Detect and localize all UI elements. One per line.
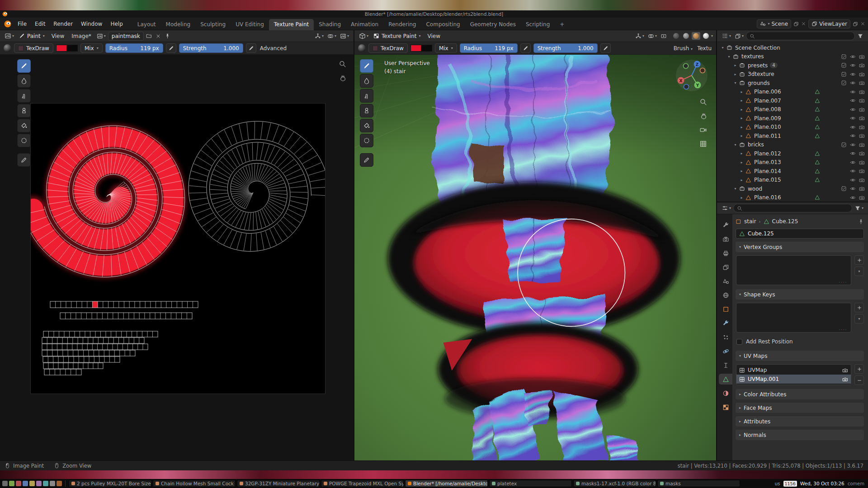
pan-hand-icon[interactable] — [699, 112, 707, 120]
view-layer-selector[interactable]: ViewLayer — [808, 19, 850, 28]
shading-solid-button[interactable] — [682, 32, 690, 40]
properties-tab-object[interactable] — [719, 304, 732, 314]
properties-search-input[interactable] — [733, 204, 852, 212]
vertex-group-specials-button[interactable]: ▾ — [854, 267, 864, 276]
taskbar-app-icon[interactable] — [57, 481, 62, 486]
disclosure-closed-icon[interactable]: ▸ — [739, 169, 745, 173]
menu-help[interactable]: Help — [106, 21, 127, 27]
list-resize-grip[interactable]: ···· — [839, 328, 847, 332]
outliner-row-bricks[interactable]: ▾ bricks — [717, 141, 868, 150]
shape-key-specials-button[interactable]: ▾ — [854, 314, 864, 324]
add-shape-key-button[interactable] — [854, 303, 864, 312]
hide-viewport-toggle[interactable] — [848, 124, 857, 130]
workspace-tab-uv-editing[interactable]: UV Editing — [231, 19, 269, 30]
disclosure-closed-icon[interactable]: ▸ — [739, 196, 745, 200]
editor-type-3d-icon[interactable]: ▾ — [358, 33, 370, 39]
display-channels-icon[interactable]: ▾ — [339, 33, 350, 39]
exclude-checkbox[interactable] — [839, 62, 848, 68]
disclosure-closed-icon[interactable]: ▸ — [739, 160, 745, 164]
disable-render-toggle[interactable] — [857, 150, 866, 156]
unlink-image-icon[interactable] — [154, 33, 162, 39]
properties-tab-render[interactable] — [719, 234, 732, 244]
strength-slider[interactable]: Strength1.000 — [533, 43, 598, 53]
section-normals[interactable]: ▸Normals — [736, 430, 864, 440]
tool-annotate-button[interactable] — [360, 153, 373, 167]
primary-color-swatch[interactable] — [410, 45, 421, 52]
disable-render-toggle[interactable] — [857, 62, 866, 68]
disclosure-closed-icon[interactable]: ▸ — [732, 63, 738, 67]
disclosure-open-icon[interactable]: ▾ — [726, 55, 732, 59]
uv-map-item-uvmap.001[interactable]: UVMap.001 — [736, 375, 851, 384]
hide-viewport-toggle[interactable] — [848, 115, 857, 121]
render-uv-camera-icon[interactable] — [842, 367, 848, 373]
shading-dropdown-icon[interactable]: ▾ — [711, 34, 713, 38]
disclosure-closed-icon[interactable]: ▸ — [732, 72, 738, 76]
section-attributes[interactable]: ▸Attributes — [736, 416, 864, 427]
disable-render-toggle[interactable] — [857, 71, 866, 77]
image-mode-dropdown[interactable]: Paint▾ — [16, 32, 47, 40]
uv-maps-list[interactable]: UVMap UVMap.001 ···· — [736, 364, 851, 385]
disable-render-toggle[interactable] — [857, 186, 866, 192]
uv-map-item-uvmap[interactable]: UVMap — [736, 366, 851, 375]
pan-hand-icon[interactable] — [339, 74, 346, 82]
properties-tab-object-data[interactable] — [719, 374, 732, 385]
disclosure-closed-icon[interactable]: ▸ — [739, 125, 745, 129]
primary-color-swatch[interactable] — [56, 45, 67, 52]
list-resize-grip[interactable]: ···· — [839, 280, 847, 285]
3d-viewport-canvas[interactable]: User Perspective (4) stair — [354, 55, 716, 460]
exclude-checkbox[interactable] — [839, 142, 848, 148]
menu-file[interactable]: File — [14, 21, 31, 27]
remove-uv-map-button[interactable] — [854, 375, 864, 385]
menu-view[interactable]: View — [48, 33, 67, 39]
add-rest-position-checkbox[interactable] — [736, 339, 742, 345]
taskbar-window-button[interactable]: 32GP-31ZY Miniature Planetary DC... — [237, 480, 320, 487]
ortho-grid-icon[interactable] — [699, 140, 707, 148]
hide-viewport-toggle[interactable] — [848, 150, 857, 156]
properties-tab-view-layer[interactable] — [719, 262, 732, 272]
data-name-field[interactable]: Cube.125 — [736, 229, 864, 239]
outliner-row-plane-008[interactable]: ▸ Plane.008 — [717, 105, 868, 114]
vertex-groups-list[interactable]: ···· — [736, 255, 851, 285]
disable-render-toggle[interactable] — [857, 115, 866, 121]
radius-pressure-toggle[interactable] — [166, 43, 176, 53]
taskbar-window-button[interactable]: platetex — [489, 480, 572, 487]
workspace-tab-texture-paint[interactable]: Texture Paint — [269, 19, 314, 30]
zoom-icon[interactable] — [699, 98, 707, 106]
secondary-color-swatch[interactable] — [67, 45, 78, 52]
disclosure-closed-icon[interactable]: ▸ — [739, 151, 745, 155]
add-view-layer-button[interactable] — [853, 21, 858, 27]
editor-type-image-icon[interactable]: ▾ — [3, 33, 15, 39]
section-face-maps[interactable]: ▸Face Maps — [736, 403, 864, 413]
open-image-icon[interactable] — [145, 33, 153, 39]
outliner-row-plane-006[interactable]: ▸ Plane.006 — [717, 88, 868, 97]
disclosure-closed-icon[interactable]: ▸ — [739, 116, 745, 120]
disable-render-toggle[interactable] — [857, 160, 866, 165]
keyboard-layout-indicator[interactable]: us — [774, 481, 780, 486]
outliner-row-plane-007[interactable]: ▸ Plane.007 — [717, 96, 868, 105]
navigation-gizmo[interactable]: Z X Y — [675, 58, 709, 93]
workspace-tab-layout[interactable]: Layout — [132, 19, 161, 30]
disclosure-open-icon[interactable]: ▾ — [732, 81, 738, 85]
disable-render-toggle[interactable] — [857, 54, 866, 60]
hide-viewport-toggle[interactable] — [848, 168, 857, 174]
outliner-search-input[interactable] — [746, 32, 855, 40]
add-uv-map-button[interactable] — [854, 364, 864, 374]
disable-render-toggle[interactable] — [857, 107, 866, 113]
list-resize-grip[interactable]: ···· — [839, 380, 847, 385]
hide-viewport-toggle[interactable] — [848, 80, 857, 86]
taskbar-window-button[interactable]: 2 pcs Pulley MXL-20T Bore Size 4/... — [69, 480, 151, 487]
secondary-color-swatch[interactable] — [421, 45, 432, 52]
hide-viewport-toggle[interactable] — [848, 71, 857, 77]
radius-slider[interactable]: Radius119 px — [460, 43, 518, 53]
display-mode-icon[interactable]: ▾ — [733, 33, 745, 39]
viewport-render[interactable] — [354, 55, 716, 460]
hide-viewport-toggle[interactable] — [848, 160, 857, 165]
hide-viewport-toggle[interactable] — [848, 142, 857, 148]
section-vertex-groups[interactable]: ▾Vertex Groups — [736, 242, 864, 252]
taskbar-window-button[interactable]: masks — [657, 480, 740, 487]
properties-tab-particles[interactable] — [719, 332, 732, 343]
outliner-row-plane-014[interactable]: ▸ Plane.014 — [717, 167, 868, 176]
browse-image-icon[interactable]: ▾ — [95, 33, 107, 39]
workspace-tab-compositing[interactable]: Compositing — [421, 19, 465, 30]
disable-render-toggle[interactable] — [857, 133, 866, 139]
